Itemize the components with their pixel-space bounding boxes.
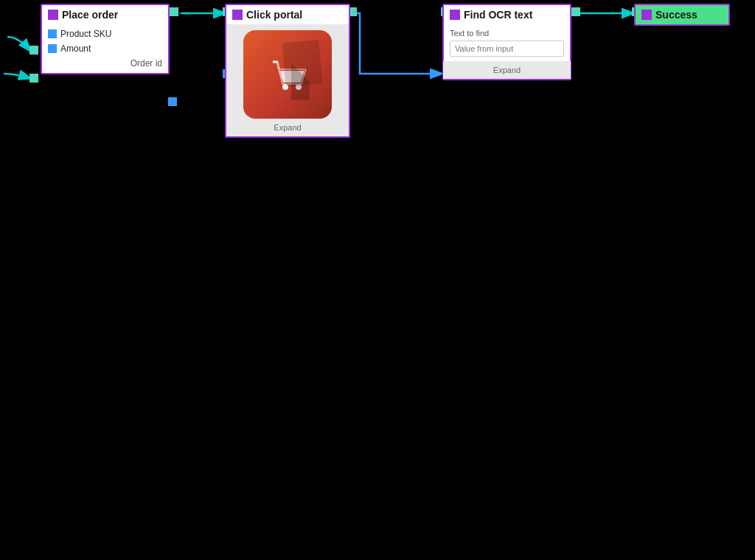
svg-point-13	[282, 84, 288, 90]
text-to-find-input[interactable]	[450, 41, 564, 57]
click-portal-header: Click portal	[226, 5, 349, 24]
find-ocr-body: Text to find	[444, 24, 570, 61]
svg-rect-10	[29, 74, 38, 83]
order-id-row: Order id	[48, 58, 162, 69]
success-title: Success	[655, 9, 697, 21]
field-product-sku: Product SKU	[48, 29, 162, 39]
place-order-icon	[48, 10, 58, 20]
field-amount: Amount	[48, 43, 162, 54]
svg-rect-7	[571, 7, 580, 16]
find-ocr-icon	[450, 10, 460, 20]
place-order-node[interactable]: Place order Product SKU Amount Order id	[41, 4, 170, 74]
place-order-header: Place order	[42, 5, 168, 24]
order-id-label: Order id	[131, 58, 162, 69]
click-portal-body: Expand	[226, 24, 349, 136]
svg-rect-3	[170, 7, 178, 16]
find-ocr-header: Find OCR text	[444, 5, 570, 24]
amount-icon	[48, 44, 57, 53]
click-portal-node[interactable]: Click portal	[225, 4, 350, 138]
product-sku-icon	[48, 29, 57, 38]
svg-rect-11	[168, 97, 177, 106]
success-node[interactable]: Success	[634, 4, 730, 26]
find-ocr-node[interactable]: Find OCR text Text to find Expand	[442, 4, 571, 80]
success-icon	[641, 10, 652, 20]
place-order-title: Place order	[62, 9, 118, 21]
place-order-body: Product SKU Amount Order id	[42, 24, 168, 73]
find-ocr-title: Find OCR text	[464, 9, 532, 21]
portal-image	[243, 30, 332, 119]
text-to-find-label: Text to find	[450, 29, 564, 38]
click-portal-title: Click portal	[246, 9, 302, 21]
click-portal-icon	[232, 10, 243, 20]
find-ocr-expand[interactable]: Expand	[443, 61, 571, 79]
amount-label: Amount	[60, 43, 91, 54]
svg-rect-9	[29, 46, 38, 55]
product-sku-label: Product SKU	[60, 29, 111, 39]
click-portal-expand[interactable]: Expand	[274, 119, 301, 136]
